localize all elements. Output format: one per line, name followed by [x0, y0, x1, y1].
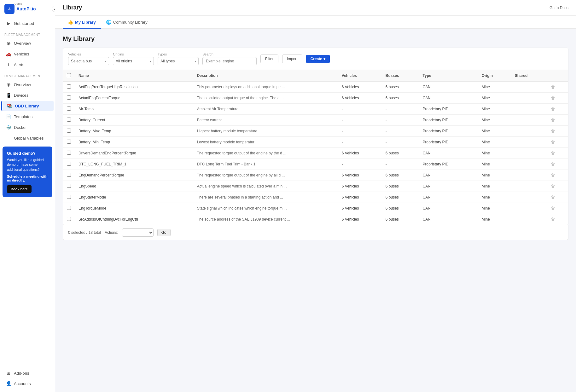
row-checkbox-cell [63, 170, 75, 181]
sidebar-item-add-ons[interactable]: ⊞ Add-ons [1, 368, 54, 378]
row-busses: - [382, 126, 419, 137]
sidebar-item-devices[interactable]: 📱 Devices [1, 90, 54, 100]
delete-row-button[interactable]: 🗑 [551, 206, 555, 211]
main-content: Library Go to Docs 👍 My Library 🌐 Commun… [55, 0, 576, 392]
row-checkbox-6[interactable] [67, 151, 71, 155]
delete-row-button[interactable]: 🗑 [551, 107, 555, 112]
row-name: DTC_LONG_FUEL_TRIM_1 [75, 159, 193, 170]
row-type: CAN [419, 214, 478, 225]
row-checkbox-0[interactable] [67, 84, 71, 89]
row-vehicles: 6 Vehicles [338, 214, 382, 225]
search-input[interactable] [202, 57, 257, 65]
row-vehicles: - [338, 104, 382, 115]
sidebar-item-device-overview[interactable]: ◉ Overview [1, 79, 54, 89]
row-busses: 6 buses [382, 170, 419, 181]
th-busses: Busses [382, 70, 419, 82]
delete-row-button[interactable]: 🗑 [551, 195, 555, 200]
row-vehicles: - [338, 137, 382, 148]
row-checkbox-4[interactable] [67, 129, 71, 133]
delete-row-button[interactable]: 🗑 [551, 84, 555, 89]
delete-row-button[interactable]: 🗑 [551, 217, 555, 222]
sidebar-item-docker[interactable]: 🐳 Docker [1, 122, 54, 132]
delete-row-button[interactable]: 🗑 [551, 151, 555, 156]
row-origin: Mine [478, 159, 511, 170]
alert-icon: ℹ [6, 62, 11, 67]
select-all-checkbox[interactable] [67, 73, 71, 77]
row-shared [511, 126, 547, 137]
sidebar-item-accounts[interactable]: 👤 Accounts [1, 378, 54, 389]
vehicles-select[interactable]: Select a bus [68, 57, 109, 65]
origins-filter-label: Origins [113, 52, 154, 56]
delete-row-button[interactable]: 🗑 [551, 129, 555, 134]
sidebar-item-get-started[interactable]: ▶ Get started [1, 18, 54, 28]
guided-demo-card: Guided demo? Would you like a guided dem… [3, 147, 52, 197]
go-to-docs-button[interactable]: Go to Docs [550, 6, 568, 10]
row-delete-cell: 🗑 [547, 82, 568, 93]
delete-row-button[interactable]: 🗑 [551, 184, 555, 189]
row-description: This parameter displays an additional to… [193, 82, 338, 93]
tab-community-library[interactable]: 🌐 Community Library [101, 16, 153, 29]
row-origin: Mine [478, 203, 511, 214]
types-select[interactable]: All types [158, 57, 199, 65]
row-busses: - [382, 115, 419, 126]
row-checkbox-7[interactable] [67, 162, 71, 166]
row-description: Actual engine speed which is calculated … [193, 181, 338, 192]
row-checkbox-2[interactable] [67, 107, 71, 111]
table-row: ActlEngPrcntTorqueHighResolution This pa… [63, 82, 568, 93]
sidebar-item-vehicles[interactable]: 🚗 Vehicles [1, 49, 54, 59]
delete-row-button[interactable]: 🗑 [551, 173, 555, 178]
row-description: Lowest battery modele temperatur [193, 137, 338, 148]
accounts-icon: 👤 [6, 381, 11, 386]
sidebar-item-obd-library[interactable]: 📚 OBD Library [1, 101, 54, 111]
tab-community-library-label: Community Library [113, 20, 148, 25]
row-vehicles: 6 Vehicles [338, 93, 382, 104]
book-here-button[interactable]: Book here [7, 185, 32, 193]
row-checkbox-1[interactable] [67, 95, 71, 100]
schedule-link[interactable]: Schedule a meeting with us directly. [7, 175, 48, 182]
row-description: Battery current [193, 115, 338, 126]
actions-select[interactable] [122, 228, 154, 237]
sidebar-divider [0, 366, 55, 366]
row-description: The requested torque output of the engin… [193, 148, 338, 159]
origins-select[interactable]: All origins [113, 57, 154, 65]
delete-row-button[interactable]: 🗑 [551, 140, 555, 145]
row-delete-cell: 🗑 [547, 181, 568, 192]
sidebar-item-fleet-overview[interactable]: ◉ Overview [1, 38, 54, 48]
create-button[interactable]: Create ▾ [306, 55, 330, 63]
addons-icon: ⊞ [6, 371, 11, 376]
import-button[interactable]: Import [282, 55, 302, 63]
go-button[interactable]: Go [157, 229, 171, 236]
th-shared: Shared [511, 70, 547, 82]
community-library-tab-icon: 🌐 [106, 20, 111, 25]
row-shared [511, 170, 547, 181]
tab-my-library[interactable]: 👍 My Library [63, 16, 101, 29]
logo-text: AutoPi.io [16, 7, 36, 11]
row-checkbox-9[interactable] [67, 184, 71, 188]
delete-row-button[interactable]: 🗑 [551, 118, 555, 123]
row-checkbox-10[interactable] [67, 195, 71, 199]
library-icon: 📚 [7, 103, 12, 108]
docker-icon: 🐳 [6, 125, 11, 130]
row-delete-cell: 🗑 [547, 93, 568, 104]
sidebar-item-global-variables[interactable]: ~ Global Variables [1, 133, 54, 143]
delete-row-button[interactable]: 🗑 [551, 95, 555, 101]
sidebar-label-devices: Devices [14, 93, 28, 98]
row-busses: 6 buses [382, 181, 419, 192]
row-checkbox-8[interactable] [67, 173, 71, 177]
delete-row-button[interactable]: 🗑 [551, 162, 555, 167]
row-checkbox-cell [63, 115, 75, 126]
sidebar-item-alerts[interactable]: ℹ Alerts [1, 60, 54, 70]
sidebar-item-templates[interactable]: 📄 Templates [1, 112, 54, 122]
row-type: CAN [419, 192, 478, 203]
row-checkbox-5[interactable] [67, 140, 71, 144]
select-all-header [63, 70, 75, 82]
row-shared [511, 203, 547, 214]
vehicles-filter-label: Vehicles [68, 52, 109, 56]
row-checkbox-12[interactable] [67, 217, 71, 221]
variable-icon: ~ [6, 135, 11, 141]
circle-icon: ◉ [6, 41, 11, 46]
filter-button[interactable]: Filter [260, 55, 278, 63]
row-type: CAN [419, 93, 478, 104]
row-checkbox-3[interactable] [67, 118, 71, 122]
row-checkbox-11[interactable] [67, 206, 71, 210]
